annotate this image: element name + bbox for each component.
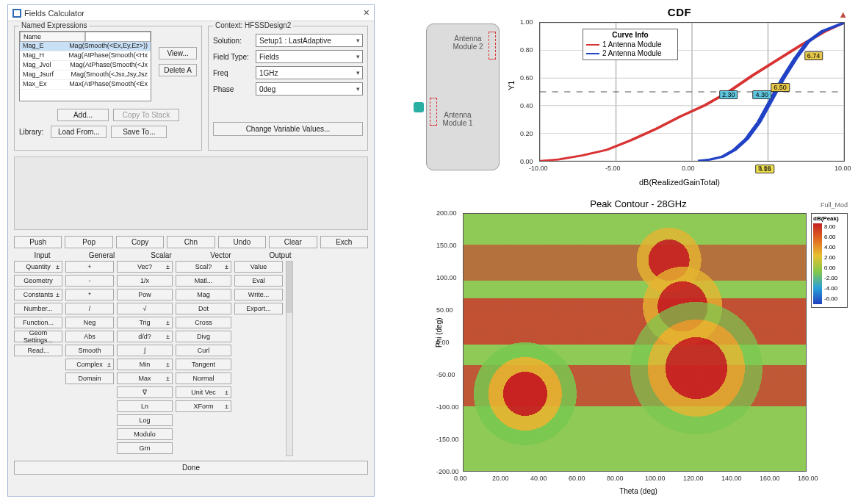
vector-button[interactable]: Dot: [176, 303, 231, 314]
input-button[interactable]: Geom Settings...: [14, 331, 62, 342]
scalar-button[interactable]: d/d?±: [117, 331, 173, 342]
cdf-marker[interactable]: 4.30: [752, 90, 771, 99]
input-button[interactable]: Number...: [14, 303, 62, 314]
vector-button[interactable]: Cross: [176, 317, 231, 328]
fieldtype-dropdown[interactable]: Fields: [256, 50, 363, 63]
heatmap-colorbar[interactable]: dB(Peak) 8.006.004.002.000.00-2.00-4.00-…: [811, 213, 848, 308]
general-button[interactable]: Smooth: [65, 345, 114, 356]
delete-all-button[interactable]: Delete A: [159, 64, 197, 76]
col-header-name[interactable]: Name: [20, 32, 85, 42]
pop-button[interactable]: Pop: [65, 236, 112, 248]
exch-button[interactable]: Exch: [320, 236, 368, 248]
scalar-button[interactable]: Vec?±: [117, 261, 173, 273]
load-from-button[interactable]: Load From...: [51, 126, 107, 138]
save-to-button[interactable]: Save To...: [111, 126, 167, 138]
input-button[interactable]: Read...: [14, 345, 62, 356]
context-group: Context: HFSSDesign2 Solution:Setup1 : L…: [208, 26, 368, 151]
vector-button[interactable]: Tangent: [176, 359, 231, 370]
scalar-button[interactable]: ∇: [117, 386, 173, 398]
colorbar-tick: -6.00: [824, 295, 846, 306]
scalar-button[interactable]: √: [117, 303, 173, 314]
vector-button[interactable]: Curl: [176, 345, 231, 356]
output-button[interactable]: Write...: [234, 289, 283, 300]
scalar-button[interactable]: Log: [117, 414, 173, 426]
heatmap-x-axis-label: Theta (deg): [426, 487, 851, 495]
phase-label: Phase: [213, 85, 251, 93]
vector-button[interactable]: Normal: [176, 372, 231, 384]
change-variable-values-button[interactable]: Change Variable Values...: [213, 122, 363, 136]
vector-button[interactable]: Scal?±: [176, 261, 231, 273]
output-button[interactable]: Value: [234, 261, 283, 273]
freq-label: Freq: [213, 69, 251, 77]
legend-entry: 1 Antenna Module: [602, 40, 662, 48]
warning-icon[interactable]: ▲: [838, 9, 848, 20]
cdf-legend[interactable]: Curve Info 1 Antenna Module 2 Antenna Mo…: [583, 29, 678, 60]
columns-scrollbar[interactable]: [286, 261, 293, 456]
vector-button[interactable]: Matl...: [176, 275, 231, 287]
heatmap-x-tick: 40.00: [530, 475, 547, 482]
solution-dropdown[interactable]: Setup1 : LastAdaptive: [256, 34, 363, 47]
scalar-button[interactable]: Ln: [117, 400, 173, 412]
col-header-output: Output: [252, 251, 309, 259]
col-header-blank[interactable]: [85, 32, 151, 42]
output-button[interactable]: Eval: [234, 275, 283, 287]
vector-button[interactable]: Divg: [176, 331, 231, 342]
table-row[interactable]: Mag_JvolMag(AtPhase(Smooth(<Jx: [20, 61, 151, 71]
input-button[interactable]: Geometry: [14, 275, 62, 287]
scalar-button[interactable]: Trig±: [117, 317, 173, 328]
heatmap-x-tick: 120.00: [683, 475, 704, 482]
general-button[interactable]: -: [65, 275, 114, 287]
general-button[interactable]: Domain: [65, 372, 114, 384]
colorbar-var: dB(Peak): [813, 215, 846, 222]
close-icon[interactable]: ×: [364, 7, 369, 18]
phase-dropdown[interactable]: 0deg: [256, 82, 363, 96]
general-button[interactable]: /: [65, 303, 114, 314]
scalar-button[interactable]: Modulo: [117, 428, 173, 440]
heatmap-y-tick: -50.00: [436, 371, 455, 378]
scalar-button[interactable]: Pow: [117, 289, 173, 300]
add-button[interactable]: Add...: [57, 109, 109, 121]
scalar-button[interactable]: Grn: [117, 442, 173, 454]
input-button[interactable]: Function...: [14, 317, 62, 328]
dialog-titlebar[interactable]: Fields Calculator ×: [8, 5, 374, 21]
clear-button[interactable]: Clear: [269, 236, 317, 248]
table-row[interactable]: Max_ExMax(AtPhase(Smooth(<Ex: [20, 80, 151, 90]
general-button[interactable]: Complex±: [65, 359, 114, 370]
formula-display[interactable]: [14, 156, 368, 230]
table-row[interactable]: Mag_JsurfMag(Smooth(<Jsx,Jsy,Jsz: [20, 71, 151, 80]
input-button[interactable]: Constants±: [14, 289, 62, 300]
output-button[interactable]: Export...: [234, 303, 283, 314]
push-button[interactable]: Push: [14, 236, 62, 248]
table-row[interactable]: Mag_EMag(Smooth(<Ex,Ey,Ez>)): [20, 42, 151, 51]
heatmap-plot-area[interactable]: [463, 213, 807, 472]
general-button[interactable]: Abs: [65, 331, 114, 342]
chn-button[interactable]: Chn: [167, 236, 214, 248]
general-button[interactable]: +: [65, 261, 114, 273]
named-expr-table[interactable]: Name Mag_EMag(Smooth(<Ex,Ey,Ez>)) Mag_HM…: [19, 31, 151, 101]
cdf-marker[interactable]: 6.50: [771, 83, 790, 92]
scalar-button[interactable]: Max±: [117, 372, 173, 384]
cdf-marker[interactable]: 6.74: [804, 51, 823, 60]
view-button[interactable]: View...: [159, 47, 197, 60]
input-button[interactable]: Quantity±: [14, 261, 62, 273]
copy-to-stack-button[interactable]: Copy To Stack: [113, 109, 179, 121]
freq-dropdown[interactable]: 1GHz: [256, 66, 363, 79]
colorbar-tick: 0.00: [824, 264, 846, 275]
vector-button[interactable]: XForm±: [176, 400, 231, 412]
general-button[interactable]: *: [65, 289, 114, 300]
scalar-button[interactable]: 1/x: [117, 275, 173, 287]
cdf-plot-area[interactable]: Curve Info 1 Antenna Module 2 Antenna Mo…: [539, 22, 845, 162]
heatmap-y-tick: 50.00: [436, 306, 453, 314]
cdf-y-axis-label: Y1: [507, 81, 516, 90]
undo-button[interactable]: Undo: [218, 236, 266, 248]
scalar-button[interactable]: ∫: [117, 345, 173, 356]
copy-button[interactable]: Copy: [116, 236, 164, 248]
general-button[interactable]: Neg: [65, 317, 114, 328]
vector-button[interactable]: Mag: [176, 289, 231, 300]
done-button[interactable]: Done: [14, 461, 368, 475]
vector-button[interactable]: Unit Vec±: [176, 386, 231, 398]
table-row[interactable]: Mag_HMag(AtPhase(Smooth(<Hx: [20, 51, 151, 61]
heatmap-x-tick: 180.00: [798, 475, 818, 482]
scalar-button[interactable]: Min±: [117, 359, 173, 370]
cdf-marker[interactable]: 2.30: [719, 90, 738, 99]
